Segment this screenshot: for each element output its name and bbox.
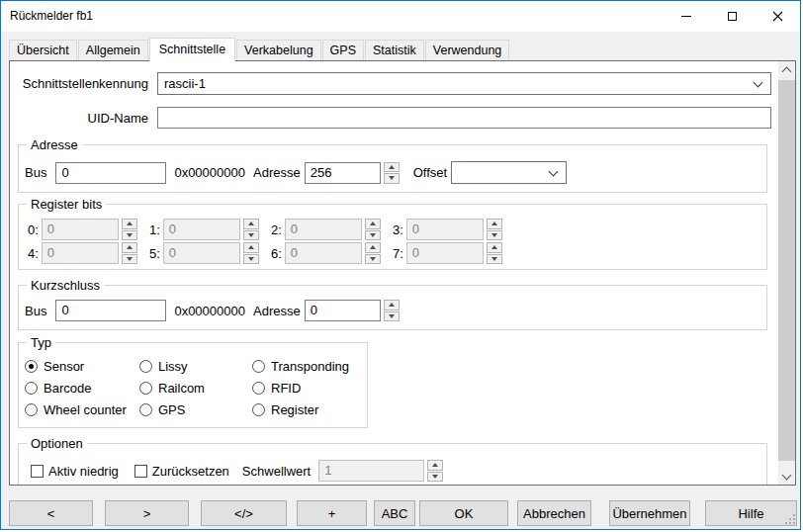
uid-name-input[interactable]: [157, 107, 771, 129]
type-options-grid: Sensor Lissy Transponding Barcode: [25, 355, 349, 420]
register-bit-7: 7: 0: [390, 242, 502, 264]
threshold-label: Schwellwert: [242, 464, 311, 479]
interface-id-value: rascii-1: [164, 76, 206, 91]
vertical-scrollbar[interactable]: [778, 61, 795, 485]
uid-name-row: UID-Name: [16, 107, 771, 129]
address-label: Adresse: [253, 165, 301, 180]
close-icon: [772, 11, 783, 22]
stepper-down-icon[interactable]: [384, 173, 400, 184]
tab-uebersicht[interactable]: Übersicht: [9, 40, 77, 60]
tab-statistik[interactable]: Statistik: [365, 40, 424, 60]
register-bit-input: 0: [42, 242, 119, 264]
short-circuit-group-title: Kurzschluss: [27, 278, 104, 293]
radio-rfid[interactable]: RFID: [252, 377, 349, 399]
close-button[interactable]: [755, 1, 800, 32]
checkbox-reset[interactable]: Zurücksetzen: [134, 464, 229, 479]
radio-wheel-counter[interactable]: Wheel counter: [25, 399, 139, 420]
window-controls: [664, 1, 800, 32]
code-button[interactable]: </>: [201, 500, 287, 526]
short-circuit-address-input[interactable]: 0: [305, 300, 381, 321]
chevron-down-icon: [549, 167, 559, 177]
bus-input[interactable]: 0: [55, 162, 166, 184]
radio-label: Wheel counter: [44, 402, 127, 417]
register-bit-label: 7:: [390, 246, 403, 261]
short-circuit-bus-input[interactable]: 0: [55, 300, 166, 321]
radio-label: Transponding: [271, 359, 349, 374]
interface-id-label: Schnittstellenkennung: [16, 76, 148, 91]
tab-verkabelung[interactable]: Verkabelung: [236, 40, 321, 60]
tab-allgemein[interactable]: Allgemein: [78, 40, 148, 60]
radio-barcode[interactable]: Barcode: [25, 377, 139, 399]
offset-label: Offset: [413, 165, 447, 180]
abc-button[interactable]: ABC: [374, 500, 415, 526]
interface-id-combobox[interactable]: rascii-1: [157, 72, 771, 95]
tab-gps[interactable]: GPS: [322, 40, 364, 60]
short-circuit-bus-label: Bus: [25, 304, 46, 318]
cancel-button[interactable]: Abbrechen: [517, 500, 591, 526]
radio-railcom[interactable]: Railcom: [139, 377, 252, 399]
radio-lissy[interactable]: Lissy: [139, 355, 252, 377]
help-button[interactable]: Hilfe: [705, 500, 797, 526]
radio-icon: [25, 403, 38, 416]
register-bit-label: 0:: [25, 222, 39, 237]
radio-icon: [25, 360, 38, 373]
short-circuit-address-stepper[interactable]: [384, 300, 400, 321]
register-bit-input: 0: [285, 242, 362, 264]
chevron-up-icon: [782, 66, 792, 76]
maximize-button[interactable]: [709, 1, 755, 32]
register-bit-stepper: [487, 242, 502, 264]
stepper-up-icon[interactable]: [384, 162, 400, 173]
stepper-down-icon: [427, 472, 443, 483]
apply-button[interactable]: Übernehmen: [609, 500, 690, 526]
register-bit-4: 4: 0: [25, 242, 137, 264]
address-group-title: Adresse: [27, 137, 82, 152]
checkbox-icon: [134, 465, 147, 478]
register-bit-stepper: [365, 219, 381, 240]
titlebar: Rückmelder fb1: [1, 1, 800, 32]
minimize-button[interactable]: [664, 1, 709, 32]
scrollbar-down-button[interactable]: [778, 468, 795, 485]
register-bit-stepper: [487, 219, 502, 240]
radio-label: Lissy: [158, 359, 188, 374]
scrollbar-up-button[interactable]: [778, 61, 795, 78]
register-bit-input: 0: [163, 219, 240, 240]
type-group-title: Typ: [27, 335, 55, 350]
radio-icon: [139, 382, 152, 395]
register-bit-0: 0: 0: [25, 219, 137, 240]
register-bit-label: 5:: [146, 246, 160, 261]
radio-transponding[interactable]: Transponding: [252, 355, 349, 377]
maximize-icon: [728, 12, 737, 21]
address-group: Adresse Bus 0 0x00000000 Adresse 256 Off…: [18, 144, 767, 193]
stepper-up-icon[interactable]: [384, 300, 400, 310]
tab-schnittstelle[interactable]: Schnittstelle: [149, 38, 235, 61]
radio-sensor[interactable]: Sensor: [25, 355, 139, 377]
address-stepper[interactable]: [384, 162, 400, 184]
tab-verwendung[interactable]: Verwendung: [425, 40, 510, 60]
scrollbar-thumb[interactable]: [778, 80, 795, 461]
radio-gps[interactable]: GPS: [139, 399, 252, 420]
window-title: Rückmelder fb1: [10, 9, 93, 23]
radio-icon: [25, 382, 38, 395]
register-bit-1: 1: 0: [146, 219, 259, 240]
register-bit-input: 0: [163, 242, 240, 264]
offset-combobox[interactable]: [451, 161, 567, 184]
dialog-window: Rückmelder fb1 Übersicht Allgemein Schni…: [0, 0, 801, 530]
register-bit-2: 2: 0: [268, 219, 381, 240]
threshold-stepper: [427, 460, 443, 482]
prev-button[interactable]: <: [9, 500, 93, 526]
register-bit-label: 1:: [146, 222, 160, 237]
short-circuit-hex-value: 0x00000000: [174, 304, 245, 318]
radio-icon: [139, 360, 152, 373]
resize-grip[interactable]: [785, 514, 787, 516]
address-input[interactable]: 256: [305, 162, 381, 184]
radio-register[interactable]: Register: [252, 399, 349, 420]
register-bits-row-2: 4: 0 5: 0 6: 0 7:: [25, 242, 511, 264]
stepper-down-icon[interactable]: [384, 311, 400, 322]
radio-label: Railcom: [158, 381, 205, 396]
next-button[interactable]: >: [105, 500, 189, 526]
radio-icon: [252, 382, 265, 395]
ok-button[interactable]: OK: [419, 500, 508, 526]
checkbox-active-low[interactable]: Aktiv niedrig: [31, 464, 119, 479]
add-button[interactable]: +: [297, 500, 367, 526]
checkbox-label: Aktiv niedrig: [48, 464, 119, 479]
